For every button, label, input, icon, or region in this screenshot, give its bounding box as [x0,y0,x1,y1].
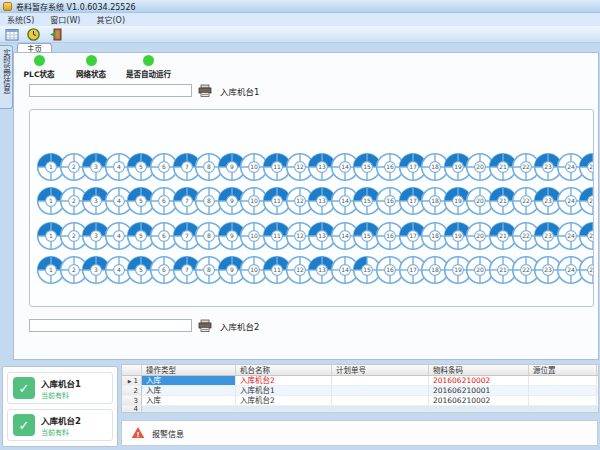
svg-text:9: 9 [230,197,234,204]
title-bar: 卷料暂存系统 V1.0.6034.25526 [0,0,600,13]
svg-text:14: 14 [341,197,349,204]
table-cell[interactable] [332,386,429,396]
table-cell[interactable] [529,376,597,386]
machine2-status-card[interactable]: ✓ 入库机台2 当前有料 [7,409,113,441]
menu-system[interactable]: 系统(S) [7,14,34,25]
task-table: 操作类型机台名称计划单号物料条码源位置 ▶1入库入库机台220160621000… [121,364,599,413]
table-cell[interactable]: 入库 [142,376,236,386]
svg-text:11: 11 [273,232,281,239]
svg-text:21: 21 [499,163,507,170]
menu-window[interactable]: 窗口(W) [50,14,80,25]
column-header[interactable]: 计划单号 [332,365,429,375]
table-cell[interactable]: 201606210002 [429,376,529,386]
table-cell[interactable]: 入库机台2 [236,376,332,386]
machine1-header-bar [29,84,192,97]
svg-text:14: 14 [341,266,349,273]
table-cell[interactable]: 入库机台2 [236,396,332,406]
table-cell[interactable] [332,406,429,412]
status-indicator-row: PLC状态网络状态是否自动运行 [22,55,171,79]
table-row[interactable]: ▶1入库入库机台2201606210002 [122,376,598,386]
card-title: 入库机台2 [41,414,81,426]
status-indicator: PLC状态 [22,55,56,79]
svg-text:9: 9 [230,232,234,239]
svg-text:13: 13 [318,232,326,239]
row-header[interactable]: 3 [122,396,142,406]
task-table-body: ▶1入库入库机台22016062100022入库入库机台120160621000… [122,376,598,412]
svg-text:25: 25 [590,163,594,170]
table-cell[interactable] [529,386,597,396]
table-cell[interactable] [529,406,597,412]
slot-circle: 25 [578,221,594,251]
svg-text:25: 25 [590,266,594,273]
row-marker-icon: ▶ [128,376,132,386]
clock-icon[interactable] [26,27,41,41]
warning-icon: ! [131,426,145,441]
table-cell[interactable]: 入库 [142,396,236,406]
svg-text:11: 11 [273,266,281,273]
machine1-status-card[interactable]: ✓ 入库机台1 当前有料 [7,372,113,404]
machine1-label: 入库机台1 [220,85,259,97]
row-header[interactable]: 2 [122,386,142,396]
svg-text:10: 10 [251,197,259,204]
svg-text:15: 15 [364,197,372,204]
svg-text:15: 15 [364,163,372,170]
column-header[interactable]: 物料条码 [429,365,529,375]
app-icon [3,2,12,11]
status-indicator: 是否自动运行 [126,55,171,79]
printer-icon[interactable] [196,83,213,98]
svg-text:22: 22 [522,266,530,273]
table-cell[interactable] [529,396,597,406]
svg-text:23: 23 [544,266,552,273]
svg-text:5: 5 [139,163,143,170]
table-cell[interactable]: 入库 [142,386,236,396]
svg-text:1: 1 [49,232,53,239]
svg-text:19: 19 [454,197,462,204]
table-cell[interactable] [236,406,332,412]
svg-text:6: 6 [162,163,166,170]
column-header[interactable]: 机台名称 [236,365,332,375]
row-header[interactable]: 4 [122,406,142,412]
status-lamp-icon [34,55,45,66]
machine-status-panel: ✓ 入库机台1 当前有料 ✓ 入库机台2 当前有料 [2,366,118,447]
svg-text:13: 13 [318,197,326,204]
table-row[interactable]: 2入库入库机台1201606210001 [122,386,598,396]
machine2-header-bar [29,319,192,332]
svg-text:22: 22 [522,232,530,239]
svg-text:14: 14 [341,163,349,170]
table-row[interactable]: 4 [122,406,598,412]
svg-text:25: 25 [590,232,594,239]
column-header[interactable]: 源位置 [529,365,597,375]
svg-text:18: 18 [431,266,439,273]
svg-text:24: 24 [567,232,575,239]
row-header[interactable]: ▶1 [122,376,142,386]
slot-circle: 25 [578,255,594,285]
svg-text:20: 20 [477,232,485,239]
table-row[interactable]: 3入库入库机台2201606210002 [122,396,598,406]
svg-text:6: 6 [162,266,166,273]
exit-icon[interactable] [48,27,63,41]
svg-text:!: ! [136,430,139,438]
window-title: 卷料暂存系统 V1.0.6034.25526 [16,1,136,12]
table-cell[interactable]: 201606210002 [429,396,529,406]
svg-text:19: 19 [454,163,462,170]
alert-bar[interactable]: ! 报警信息 [121,420,598,446]
status-label: 网络状态 [76,68,106,79]
table-cell[interactable]: 入库机台1 [236,386,332,396]
menu-other[interactable]: 其它(O) [96,14,125,25]
svg-text:18: 18 [431,163,439,170]
calendar-icon[interactable] [4,27,19,41]
table-cell[interactable]: 201606210001 [429,386,529,396]
table-cell[interactable] [332,396,429,406]
printer-icon[interactable] [196,318,213,333]
column-header[interactable]: 操作类型 [142,365,236,375]
table-cell[interactable] [142,406,236,412]
svg-text:8: 8 [207,266,211,273]
table-cell[interactable] [332,376,429,386]
svg-text:23: 23 [544,163,552,170]
svg-text:3: 3 [94,266,98,273]
side-panel-tab[interactable]: 实时监控信息 [0,45,13,109]
svg-text:1: 1 [49,266,53,273]
svg-text:12: 12 [296,163,304,170]
table-cell[interactable] [429,406,529,412]
table-header-row: 操作类型机台名称计划单号物料条码源位置 [122,365,598,376]
